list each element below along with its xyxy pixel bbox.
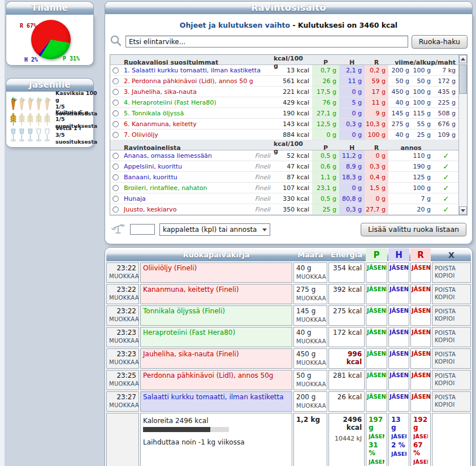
edit-link[interactable]: MUOKKAA — [109, 336, 136, 344]
favorite-food-row: 7. Oliiviöljy884 kcal0 g0 g100 g40 g25 g… — [110, 130, 458, 140]
food-radio-button[interactable] — [112, 78, 119, 84]
copy-link[interactable]: KOPIOI — [435, 293, 468, 300]
members-link[interactable]: JÄSENILLE — [366, 262, 387, 283]
edit-link[interactable]: MUOKKAA — [109, 294, 136, 301]
food-name[interactable]: 1. Salaatti kurkku tomaatti, ilman kasti… — [123, 65, 274, 75]
edit-link[interactable]: MUOKKAA — [109, 272, 136, 279]
delete-link[interactable]: POISTA — [435, 350, 468, 357]
members-link[interactable]: JÄSENILLE — [413, 432, 428, 441]
food-name[interactable]: Ananas, omassa liemessään — [124, 152, 212, 159]
sidebar: Tilanne R 67% H 2% P 31% Jäsenille Kasvi… — [6, 1, 94, 148]
members-link[interactable]: JÄSENILLE — [388, 262, 409, 283]
edit-link[interactable]: MUOKKAA — [109, 315, 136, 322]
food-name[interactable]: 6. Kananmuna, keitetty — [123, 119, 274, 129]
copy-link[interactable]: KOPIOI — [435, 336, 468, 343]
food-name[interactable]: Broileri, rintafilee, nahaton — [124, 184, 207, 192]
edit-link[interactable]: MUOKKAA — [109, 401, 136, 408]
members-link[interactable]: JÄSENILLE — [413, 457, 428, 466]
food-radio-button[interactable] — [112, 121, 119, 127]
protein-grams: 197 g — [369, 416, 384, 432]
members-link[interactable]: JÄSENILLE — [366, 391, 387, 412]
members-link[interactable]: JÄSENILLE — [391, 449, 406, 459]
edit-link[interactable]: MUOKKAA — [109, 379, 136, 387]
members-link[interactable]: JÄSENILLE — [410, 262, 431, 283]
edit-link[interactable]: MUOKKAA — [296, 336, 324, 344]
food-radio-button[interactable] — [112, 196, 119, 202]
table-scrollbar[interactable] — [458, 55, 467, 215]
food-radio-button[interactable] — [112, 174, 119, 180]
unit-select[interactable]: kappaletta (kpl) tai annosta — [159, 223, 270, 236]
fineli-food-row: Juusto, keskiarvoFineli350 kcal25 g0,3 g… — [110, 204, 458, 215]
food-name[interactable]: Appelsiini, kuorittu — [124, 163, 182, 170]
edit-link[interactable]: MUOKKAA — [109, 358, 136, 365]
members-link[interactable]: JÄSENILLE — [410, 348, 431, 369]
food-radio-button[interactable] — [112, 89, 119, 95]
members-link[interactable]: JÄSENILLE — [366, 284, 387, 304]
food-radio-button[interactable] — [112, 206, 119, 213]
edit-link[interactable]: MUOKKAA — [296, 294, 324, 301]
members-link[interactable]: JÄSENILLE — [366, 370, 387, 390]
members-link[interactable]: JÄSENILLE — [366, 348, 387, 369]
scroll-down-button[interactable] — [459, 206, 467, 215]
members-link[interactable]: JÄSENILLE — [366, 305, 387, 326]
edit-link[interactable]: MUOKKAA — [296, 358, 324, 366]
delete-link[interactable]: POISTA — [435, 372, 468, 379]
food-name[interactable]: 3. Jauheliha, sika-nauta — [123, 87, 274, 97]
scrollbar-thumb[interactable] — [459, 64, 467, 94]
copy-link[interactable]: KOPIOI — [435, 314, 468, 322]
members-link[interactable]: JÄSENILLE — [369, 432, 384, 441]
members-link[interactable]: JÄSENILLE — [410, 391, 431, 412]
members-link[interactable]: JÄSENILLE — [410, 327, 431, 347]
members-link[interactable]: JÄSENILLE — [410, 370, 431, 390]
edit-link[interactable]: MUOKKAA — [296, 401, 324, 409]
food-radio-button[interactable] — [112, 185, 119, 191]
copy-link[interactable]: KOPIOI — [435, 271, 468, 279]
food-name[interactable]: 2. Perdonna pähkinävoi (Lidl), annos 50 … — [123, 76, 274, 86]
members-link[interactable]: JÄSENILLE — [410, 284, 431, 304]
members-link[interactable]: JÄSENILLE — [369, 457, 384, 466]
members-link[interactable]: JÄSENILLE — [388, 305, 409, 326]
food-kcal: 221 kcal — [274, 87, 312, 97]
delete-link[interactable]: POISTA — [435, 286, 468, 293]
delete-link[interactable]: POISTA — [435, 307, 468, 314]
food-name[interactable]: 7. Oliiviöljy — [123, 130, 274, 140]
copy-link[interactable]: KOPIOI — [435, 379, 468, 386]
members-link[interactable]: JÄSENILLE — [410, 305, 431, 326]
delete-link[interactable]: POISTA — [435, 393, 468, 400]
members-link[interactable]: JÄSENILLE — [366, 327, 387, 347]
food-radio-button[interactable] — [112, 100, 119, 106]
food-protein: 0,5 g — [312, 193, 339, 204]
food-name[interactable]: 5. Tonnikala öljyssä — [123, 108, 274, 118]
food-name[interactable]: Banaani, kuorittu — [124, 174, 178, 181]
quantity-input[interactable] — [130, 224, 155, 235]
food-radio-button[interactable] — [112, 163, 119, 170]
members-link[interactable]: JÄSENILLE — [388, 391, 409, 412]
members-link[interactable]: JÄSENILLE — [391, 432, 406, 441]
search-input[interactable] — [126, 36, 408, 48]
scroll-up-button[interactable] — [459, 55, 467, 63]
food-radio-button[interactable] — [112, 110, 119, 116]
food-search-button[interactable]: Ruoka-haku — [412, 35, 468, 49]
members-link[interactable]: JÄSENILLE — [388, 370, 409, 390]
food-name[interactable]: 4. Heraproteiini (Fast Hera80) — [123, 97, 274, 107]
scrollbar-track[interactable] — [459, 63, 467, 206]
edit-link[interactable]: MUOKKAA — [296, 272, 324, 280]
instructions-link[interactable]: Ohjeet ja kulutuksen vaihto — [180, 21, 290, 29]
food-name-cell: Broileri, rintafilee, nahatonFineli — [123, 183, 274, 193]
food-name[interactable]: Hunaja — [124, 195, 146, 202]
delete-link[interactable]: POISTA — [435, 264, 468, 271]
delete-link[interactable]: POISTA — [435, 329, 468, 336]
members-link[interactable]: JÄSENILLE — [388, 327, 409, 347]
copy-link[interactable]: KOPIOI — [435, 357, 468, 365]
copy-link[interactable]: KOPIOI — [435, 400, 468, 408]
edit-link[interactable]: MUOKKAA — [296, 379, 324, 387]
food-name[interactable]: Juusto, keskiarvo — [124, 206, 176, 213]
food-radio-button[interactable] — [112, 132, 119, 138]
edit-link[interactable]: MUOKKAA — [296, 315, 324, 323]
food-radio-button[interactable] — [112, 153, 119, 159]
food-max-amount: 508 g — [434, 108, 458, 118]
members-link[interactable]: JÄSENILLE — [388, 348, 409, 369]
members-link[interactable]: JÄSENILLE — [388, 284, 409, 304]
food-radio-button[interactable] — [112, 67, 119, 74]
add-food-button[interactable]: Lisää valittu ruoka listaan — [361, 223, 466, 236]
